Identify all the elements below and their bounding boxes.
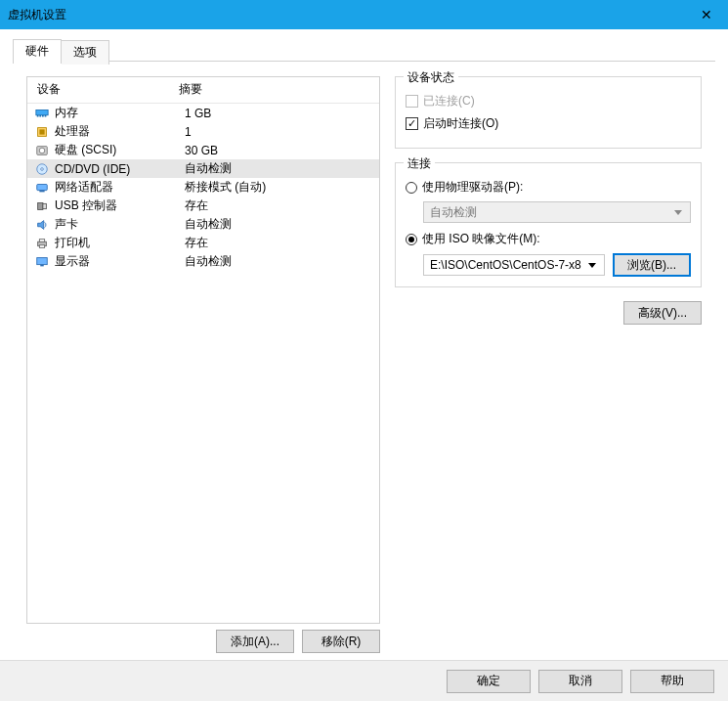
cpu-icon: [33, 124, 51, 140]
col-device[interactable]: 设备: [27, 81, 179, 98]
tab-strip: 硬件 选项: [13, 39, 109, 64]
add-button[interactable]: 添加(A)...: [216, 630, 294, 653]
advanced-button[interactable]: 高级(V)...: [623, 301, 702, 325]
device-label: 网络适配器: [55, 179, 185, 196]
cancel-button[interactable]: 取消: [538, 670, 622, 693]
disk-icon: [33, 143, 51, 158]
iso-path-combo[interactable]: E:\ISO\CentOS\CentOS-7-x8: [423, 254, 605, 276]
window-title: 虚拟机设置: [8, 7, 66, 23]
device-label: USB 控制器: [55, 197, 185, 214]
device-list-buttons: 添加(A)... 移除(R): [26, 630, 380, 653]
checkbox-label: 启动时连接(O): [423, 115, 498, 132]
device-summary: 存在: [185, 197, 379, 214]
dialog-body: 硬件 选项 设备 摘要 内存1 GB处理器1硬盘 (SCSI)30 GBCD/D…: [0, 29, 728, 701]
device-summary: 自动检测: [185, 253, 379, 270]
iso-row: E:\ISO\CentOS\CentOS-7-x8 浏览(B)...: [423, 253, 691, 277]
physical-drive-combo: 自动检测: [423, 201, 691, 223]
cddvd-icon: [33, 161, 51, 177]
device-row-disk[interactable]: 硬盘 (SCSI)30 GB: [27, 141, 379, 159]
combo-value: 自动检测: [430, 204, 477, 221]
radio-iso-file[interactable]: 使用 ISO 映像文件(M):: [406, 231, 691, 247]
tab-underline: [13, 61, 715, 62]
display-icon: [33, 254, 51, 270]
device-summary: 自动检测: [185, 216, 379, 233]
help-button[interactable]: 帮助: [630, 670, 714, 693]
group-connection: 连接 使用物理驱动器(P): 自动检测 使用 ISO 映像文件(M): E:\I…: [395, 162, 702, 287]
device-summary: 桥接模式 (自动): [185, 179, 379, 196]
device-label: 处理器: [55, 123, 185, 140]
device-row-usb[interactable]: USB 控制器存在: [27, 197, 379, 215]
memory-icon: [33, 106, 51, 121]
tab-hardware[interactable]: 硬件: [13, 39, 62, 64]
radio-physical-drive[interactable]: 使用物理驱动器(P):: [406, 179, 691, 196]
combo-value: E:\ISO\CentOS\CentOS-7-x8: [430, 258, 581, 272]
advanced-row: 高级(V)...: [395, 301, 702, 325]
browse-button[interactable]: 浏览(B)...: [613, 253, 691, 277]
radio-icon[interactable]: [406, 234, 417, 245]
col-summary[interactable]: 摘要: [179, 81, 379, 98]
device-summary: 30 GB: [185, 144, 379, 157]
device-summary: 1: [185, 125, 379, 139]
device-summary: 1 GB: [185, 107, 379, 120]
ok-button[interactable]: 确定: [447, 670, 531, 693]
tab-options[interactable]: 选项: [62, 40, 109, 65]
close-button[interactable]: ✕: [684, 0, 728, 29]
device-row-memory[interactable]: 内存1 GB: [27, 104, 379, 122]
sound-icon: [33, 217, 51, 233]
device-label: 显示器: [55, 253, 185, 270]
title-bar: 虚拟机设置 ✕: [0, 0, 728, 29]
remove-button[interactable]: 移除(R): [302, 630, 380, 653]
radio-icon[interactable]: [406, 182, 417, 194]
device-label: 声卡: [55, 216, 185, 233]
device-label: 打印机: [55, 235, 185, 251]
checkbox-icon: [406, 95, 418, 108]
dialog-footer: 确定 取消 帮助: [0, 660, 728, 701]
device-list: 设备 摘要 内存1 GB处理器1硬盘 (SCSI)30 GBCD/DVD (ID…: [26, 76, 380, 624]
device-list-body: 内存1 GB处理器1硬盘 (SCSI)30 GBCD/DVD (IDE)自动检测…: [27, 104, 379, 271]
radio-label: 使用物理驱动器(P):: [422, 179, 523, 196]
device-row-printer[interactable]: 打印机存在: [27, 234, 379, 252]
printer-icon: [33, 236, 51, 251]
device-row-cpu[interactable]: 处理器1: [27, 122, 379, 141]
radio-label: 使用 ISO 映像文件(M):: [422, 231, 540, 247]
group-title-connection: 连接: [404, 155, 435, 172]
net-icon: [33, 180, 51, 196]
checkbox-connected: 已连接(C): [406, 93, 691, 110]
device-row-display[interactable]: 显示器自动检测: [27, 252, 379, 271]
device-row-cddvd[interactable]: CD/DVD (IDE)自动检测: [27, 159, 379, 178]
device-summary: 存在: [185, 235, 379, 251]
checkbox-connect-at-poweron[interactable]: 启动时连接(O): [406, 115, 691, 132]
device-summary: 自动检测: [185, 160, 379, 177]
device-label: 硬盘 (SCSI): [55, 142, 185, 158]
group-device-status: 设备状态 已连接(C) 启动时连接(O): [395, 76, 702, 149]
usb-icon: [33, 198, 51, 214]
group-title-status: 设备状态: [404, 69, 458, 86]
checkbox-label: 已连接(C): [423, 93, 475, 110]
device-row-net[interactable]: 网络适配器桥接模式 (自动): [27, 178, 379, 197]
device-properties: 设备状态 已连接(C) 启动时连接(O) 连接 使用物理驱动器(P): 自动检测…: [395, 76, 702, 325]
device-list-header: 设备 摘要: [27, 77, 379, 104]
device-row-sound[interactable]: 声卡自动检测: [27, 215, 379, 234]
device-label: CD/DVD (IDE): [55, 162, 185, 176]
device-label: 内存: [55, 105, 185, 121]
checkbox-icon[interactable]: [406, 117, 418, 130]
